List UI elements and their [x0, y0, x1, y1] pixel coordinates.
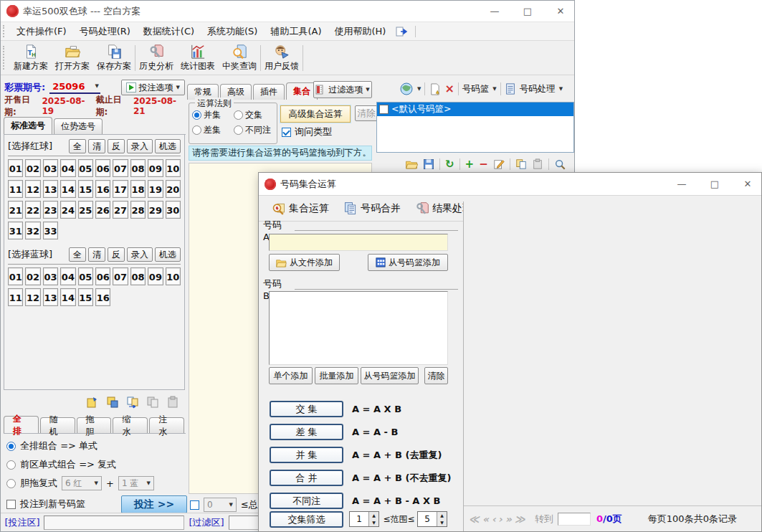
number-process-menu-button[interactable]: 号码处理: [520, 83, 556, 95]
radio-icon[interactable]: [6, 442, 16, 451]
copy-icon[interactable]: [515, 158, 527, 170]
select-tab[interactable]: 标准选号: [4, 117, 52, 134]
new-basket-icon[interactable]: [429, 83, 441, 95]
red-ball-cell[interactable]: 11: [8, 180, 23, 198]
menu-item[interactable]: 数据统计(C): [137, 23, 201, 40]
mode-tab[interactable]: 缩水: [113, 417, 148, 433]
blue-ball-cell[interactable]: 08: [130, 267, 146, 285]
blue-ball-cell[interactable]: 15: [78, 288, 93, 306]
chevron-down-icon[interactable]: ▼: [492, 87, 496, 92]
maximize-button[interactable]: □: [521, 6, 534, 16]
red-ball-cell[interactable]: 04: [60, 159, 75, 177]
red-ball-cell[interactable]: 23: [43, 201, 58, 219]
red-ball-cell[interactable]: 19: [148, 180, 163, 198]
red-ball-cell[interactable]: 16: [95, 180, 110, 198]
add-a-from-basket-button[interactable]: 从号码篮添加: [368, 254, 448, 271]
radio-icon[interactable]: [234, 125, 243, 135]
radio-icon[interactable]: [192, 125, 201, 135]
total-filter-checkbox[interactable]: [190, 500, 199, 510]
red-ball-cell[interactable]: 29: [148, 201, 163, 219]
basket-list-item-selected[interactable]: <默认号码篮>: [377, 103, 573, 116]
globe-icon[interactable]: [399, 82, 414, 96]
blue-ball-cell[interactable]: 04: [60, 267, 75, 285]
red-action-button[interactable]: 反: [108, 139, 125, 153]
menu-item[interactable]: 系统功能(S): [201, 23, 264, 40]
red-ball-cell[interactable]: 17: [113, 180, 128, 198]
goto-page-input[interactable]: [558, 513, 591, 526]
select-tab[interactable]: 位势选号: [54, 118, 103, 134]
merge-button[interactable]: 合 并: [270, 470, 343, 486]
red-ball-cell[interactable]: 10: [166, 159, 181, 177]
add-batch-button[interactable]: 批量添加: [315, 367, 358, 384]
stats-chart-button[interactable]: 统计图表: [177, 42, 219, 74]
red-ball-cell[interactable]: 15: [78, 180, 93, 198]
blue-ball-cell[interactable]: 05: [78, 267, 93, 285]
clear-set-button[interactable]: 清除: [355, 105, 378, 121]
radio-icon[interactable]: [234, 110, 243, 120]
chevron-down-icon[interactable]: ▼: [417, 87, 421, 92]
red-ball-cell[interactable]: 18: [130, 180, 146, 198]
save-icon[interactable]: [423, 158, 434, 170]
ask-type-checkbox[interactable]: [282, 128, 291, 137]
red-ball-cell[interactable]: 21: [8, 201, 23, 219]
red-action-button[interactable]: 清: [88, 139, 105, 153]
range-min-spinner[interactable]: 1 ▲▼: [349, 511, 379, 527]
intersect-filter-button[interactable]: 交集筛选: [270, 511, 343, 528]
bet-options-button[interactable]: 投注选项 ▼: [121, 80, 185, 95]
history-analysis-button[interactable]: 历史分析: [135, 42, 177, 74]
ask-type-row[interactable]: 询问类型: [282, 125, 332, 138]
new-plan-button[interactable]: TH 新建方案: [10, 42, 52, 74]
red-ball-cell[interactable]: 28: [130, 201, 146, 219]
red-ball-cell[interactable]: 30: [166, 201, 181, 219]
open-folder-icon[interactable]: [405, 158, 418, 171]
red-ball-cell[interactable]: 24: [60, 201, 75, 219]
spin-down-icon[interactable]: ▼: [369, 519, 378, 526]
blue-ball-cell[interactable]: 16: [95, 288, 110, 306]
remove-icon[interactable]: −: [479, 159, 488, 170]
range-max-spinner[interactable]: 5 ▲▼: [417, 511, 447, 527]
prize-query-button[interactable]: 中奖查询: [219, 42, 260, 74]
mode-option-dantuo[interactable]: 胆拖复式 6 红 ▼ + 1 蓝 ▼: [6, 474, 184, 493]
blue-ball-cell[interactable]: 12: [25, 288, 40, 306]
add-icon[interactable]: +: [465, 159, 475, 170]
add-from-file-button[interactable]: 从文件添加: [269, 254, 340, 271]
blue-ball-cell[interactable]: 07: [113, 267, 128, 285]
blue-ball-cell[interactable]: 11: [8, 288, 23, 306]
rule-radio-option[interactable]: 交集: [234, 109, 275, 121]
rule-radio-option[interactable]: 差集: [192, 124, 234, 136]
radio-icon[interactable]: [6, 460, 16, 470]
mode-tab[interactable]: 随机: [40, 417, 75, 433]
red-ball-cell[interactable]: 26: [95, 201, 110, 219]
red-ball-cell[interactable]: 13: [43, 180, 58, 198]
menu-item[interactable]: 使用帮助(H): [328, 23, 393, 40]
difference-button[interactable]: 差 集: [270, 424, 343, 440]
red-ball-cell[interactable]: 25: [78, 201, 93, 219]
basket-list[interactable]: <默认号码篮>: [376, 102, 574, 153]
symmetric-difference-button[interactable]: 不同注: [270, 493, 343, 509]
union-button[interactable]: 并 集: [270, 447, 343, 463]
red-ball-cell[interactable]: 08: [130, 159, 146, 177]
close-button[interactable]: ✕: [554, 6, 567, 16]
blue-ball-cell[interactable]: 03: [43, 267, 58, 285]
red-ball-cell[interactable]: 31: [8, 222, 23, 239]
clear-b-button[interactable]: 清除: [424, 367, 448, 384]
dialog-minimize-button[interactable]: —: [675, 179, 688, 189]
refresh-icon[interactable]: ↻: [445, 159, 454, 170]
bet-button[interactable]: 投注 >>: [121, 495, 187, 513]
blue-count-select[interactable]: 1 蓝 ▼: [118, 476, 154, 490]
blue-action-button[interactable]: 录入: [127, 247, 153, 262]
blue-ball-cell[interactable]: 14: [60, 288, 75, 306]
blue-action-button[interactable]: 全: [69, 247, 86, 262]
radio-icon[interactable]: [192, 110, 201, 120]
mode-tab[interactable]: 拖胆: [77, 417, 112, 433]
red-ball-cell[interactable]: 01: [8, 159, 23, 177]
red-ball-cell[interactable]: 02: [25, 159, 40, 177]
exit-icon[interactable]: [395, 25, 408, 38]
open-plan-button[interactable]: 打开方案: [52, 42, 93, 74]
blue-action-button[interactable]: 机选: [155, 247, 181, 262]
mode-tab[interactable]: 全排: [4, 416, 39, 433]
blue-ball-cell[interactable]: 02: [25, 267, 40, 285]
rule-radio-option[interactable]: 不同注: [234, 124, 275, 136]
edit-icon[interactable]: [493, 158, 505, 170]
red-count-select[interactable]: 6 红 ▼: [62, 476, 102, 490]
